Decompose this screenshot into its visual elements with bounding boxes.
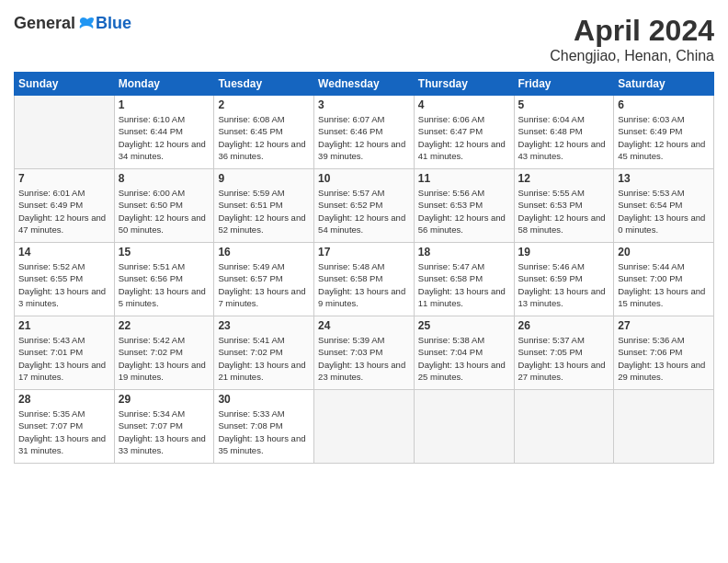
day-info: Sunrise: 5:48 AMSunset: 6:58 PMDaylight:…	[318, 260, 410, 309]
calendar-cell: 22Sunrise: 5:42 AMSunset: 7:02 PMDayligh…	[114, 316, 214, 390]
calendar-cell: 14Sunrise: 5:52 AMSunset: 6:55 PMDayligh…	[15, 243, 115, 316]
logo-general: General	[14, 14, 75, 33]
day-number: 9	[218, 172, 310, 185]
day-number: 21	[18, 319, 110, 332]
title-section: April 2024 Chengjiao, Henan, China	[550, 14, 714, 64]
day-info: Sunrise: 5:59 AMSunset: 6:51 PMDaylight:…	[218, 187, 310, 236]
page-header: General Blue April 2024 Chengjiao, Henan…	[14, 14, 714, 64]
day-info: Sunrise: 6:03 AMSunset: 6:49 PMDaylight:…	[618, 113, 710, 162]
day-info: Sunrise: 5:55 AMSunset: 6:53 PMDaylight:…	[518, 187, 610, 236]
calendar-cell: 19Sunrise: 5:46 AMSunset: 6:59 PMDayligh…	[514, 243, 614, 316]
day-number: 3	[318, 98, 410, 111]
calendar-cell: 29Sunrise: 5:34 AMSunset: 7:07 PMDayligh…	[114, 390, 214, 464]
day-info: Sunrise: 5:35 AMSunset: 7:07 PMDaylight:…	[18, 408, 110, 456]
location: Chengjiao, Henan, China	[550, 48, 714, 64]
header-tuesday: Tuesday	[214, 73, 314, 96]
day-number: 15	[119, 246, 210, 259]
logo-blue: Blue	[96, 14, 131, 33]
day-number: 6	[618, 98, 710, 111]
header-saturday: Saturday	[614, 73, 714, 96]
day-info: Sunrise: 5:47 AMSunset: 6:58 PMDaylight:…	[418, 260, 510, 309]
day-info: Sunrise: 6:08 AMSunset: 6:45 PMDaylight:…	[218, 113, 310, 162]
calendar-table: SundayMondayTuesdayWednesdayThursdayFrid…	[14, 72, 714, 464]
calendar-cell: 24Sunrise: 5:39 AMSunset: 7:03 PMDayligh…	[314, 316, 415, 390]
month-title: April 2024	[550, 14, 714, 48]
day-info: Sunrise: 5:56 AMSunset: 6:53 PMDaylight:…	[418, 187, 510, 236]
page-container: General Blue April 2024 Chengjiao, Henan…	[0, 0, 728, 473]
day-number: 2	[218, 98, 310, 111]
calendar-header-row: SundayMondayTuesdayWednesdayThursdayFrid…	[15, 73, 714, 96]
calendar-cell: 28Sunrise: 5:35 AMSunset: 7:07 PMDayligh…	[15, 390, 115, 464]
day-info: Sunrise: 5:41 AMSunset: 7:02 PMDaylight:…	[218, 334, 310, 383]
calendar-week-2: 7Sunrise: 6:01 AMSunset: 6:49 PMDaylight…	[15, 169, 714, 243]
calendar-cell: 30Sunrise: 5:33 AMSunset: 7:08 PMDayligh…	[214, 390, 314, 464]
day-info: Sunrise: 5:49 AMSunset: 6:57 PMDaylight:…	[218, 260, 310, 309]
calendar-cell: 3Sunrise: 6:07 AMSunset: 6:46 PMDaylight…	[314, 96, 415, 169]
calendar-cell: 7Sunrise: 6:01 AMSunset: 6:49 PMDaylight…	[15, 169, 115, 243]
day-info: Sunrise: 5:34 AMSunset: 7:07 PMDaylight:…	[119, 408, 210, 456]
calendar-cell: 25Sunrise: 5:38 AMSunset: 7:04 PMDayligh…	[414, 316, 514, 390]
calendar-cell: 8Sunrise: 6:00 AMSunset: 6:50 PMDaylight…	[114, 169, 214, 243]
day-number: 29	[119, 393, 210, 406]
calendar-cell: 23Sunrise: 5:41 AMSunset: 7:02 PMDayligh…	[214, 316, 314, 390]
day-number: 16	[218, 246, 310, 259]
calendar-week-3: 14Sunrise: 5:52 AMSunset: 6:55 PMDayligh…	[15, 243, 714, 316]
calendar-week-4: 21Sunrise: 5:43 AMSunset: 7:01 PMDayligh…	[15, 316, 714, 390]
day-info: Sunrise: 5:52 AMSunset: 6:55 PMDaylight:…	[18, 260, 110, 309]
calendar-cell: 12Sunrise: 5:55 AMSunset: 6:53 PMDayligh…	[514, 169, 614, 243]
calendar-cell: 5Sunrise: 6:04 AMSunset: 6:48 PMDaylight…	[514, 96, 614, 169]
calendar-cell: 15Sunrise: 5:51 AMSunset: 6:56 PMDayligh…	[114, 243, 214, 316]
day-info: Sunrise: 5:37 AMSunset: 7:05 PMDaylight:…	[518, 334, 610, 383]
day-number: 10	[318, 172, 410, 185]
day-info: Sunrise: 5:39 AMSunset: 7:03 PMDaylight:…	[318, 334, 410, 383]
day-number: 23	[218, 319, 310, 332]
day-number: 17	[318, 246, 410, 259]
calendar-cell	[414, 390, 514, 464]
day-info: Sunrise: 6:10 AMSunset: 6:44 PMDaylight:…	[119, 113, 210, 162]
calendar-cell: 18Sunrise: 5:47 AMSunset: 6:58 PMDayligh…	[414, 243, 514, 316]
day-number: 8	[119, 172, 210, 185]
calendar-cell	[314, 390, 415, 464]
day-info: Sunrise: 5:33 AMSunset: 7:08 PMDaylight:…	[218, 408, 310, 456]
day-number: 30	[218, 393, 310, 406]
calendar-cell: 4Sunrise: 6:06 AMSunset: 6:47 PMDaylight…	[414, 96, 514, 169]
logo-bird-icon	[77, 15, 96, 33]
day-number: 18	[418, 246, 510, 259]
day-number: 12	[518, 172, 610, 185]
day-number: 24	[318, 319, 410, 332]
day-number: 28	[18, 393, 110, 406]
calendar-cell	[514, 390, 614, 464]
calendar-cell: 10Sunrise: 5:57 AMSunset: 6:52 PMDayligh…	[314, 169, 415, 243]
calendar-week-1: 1Sunrise: 6:10 AMSunset: 6:44 PMDaylight…	[15, 96, 714, 169]
header-monday: Monday	[114, 73, 214, 96]
day-number: 13	[618, 172, 710, 185]
day-number: 19	[518, 246, 610, 259]
day-info: Sunrise: 5:36 AMSunset: 7:06 PMDaylight:…	[618, 334, 710, 383]
day-number: 1	[119, 98, 210, 111]
calendar-cell: 13Sunrise: 5:53 AMSunset: 6:54 PMDayligh…	[614, 169, 714, 243]
day-number: 11	[418, 172, 510, 185]
calendar-cell: 1Sunrise: 6:10 AMSunset: 6:44 PMDaylight…	[114, 96, 214, 169]
day-info: Sunrise: 6:07 AMSunset: 6:46 PMDaylight:…	[318, 113, 410, 162]
day-number: 27	[618, 319, 710, 332]
calendar-cell: 2Sunrise: 6:08 AMSunset: 6:45 PMDaylight…	[214, 96, 314, 169]
day-number: 22	[119, 319, 210, 332]
day-info: Sunrise: 6:00 AMSunset: 6:50 PMDaylight:…	[119, 187, 210, 236]
day-info: Sunrise: 6:06 AMSunset: 6:47 PMDaylight:…	[418, 113, 510, 162]
calendar-cell: 16Sunrise: 5:49 AMSunset: 6:57 PMDayligh…	[214, 243, 314, 316]
calendar-cell: 21Sunrise: 5:43 AMSunset: 7:01 PMDayligh…	[15, 316, 115, 390]
day-number: 25	[418, 319, 510, 332]
day-number: 7	[18, 172, 110, 185]
day-info: Sunrise: 6:04 AMSunset: 6:48 PMDaylight:…	[518, 113, 610, 162]
day-info: Sunrise: 5:43 AMSunset: 7:01 PMDaylight:…	[18, 334, 110, 383]
day-info: Sunrise: 5:42 AMSunset: 7:02 PMDaylight:…	[119, 334, 210, 383]
day-info: Sunrise: 5:51 AMSunset: 6:56 PMDaylight:…	[119, 260, 210, 309]
day-info: Sunrise: 5:38 AMSunset: 7:04 PMDaylight:…	[418, 334, 510, 383]
calendar-cell: 27Sunrise: 5:36 AMSunset: 7:06 PMDayligh…	[614, 316, 714, 390]
day-number: 4	[418, 98, 510, 111]
day-number: 5	[518, 98, 610, 111]
day-info: Sunrise: 5:53 AMSunset: 6:54 PMDaylight:…	[618, 187, 710, 236]
calendar-week-5: 28Sunrise: 5:35 AMSunset: 7:07 PMDayligh…	[15, 390, 714, 464]
calendar-cell: 20Sunrise: 5:44 AMSunset: 7:00 PMDayligh…	[614, 243, 714, 316]
logo: General Blue	[14, 14, 131, 33]
